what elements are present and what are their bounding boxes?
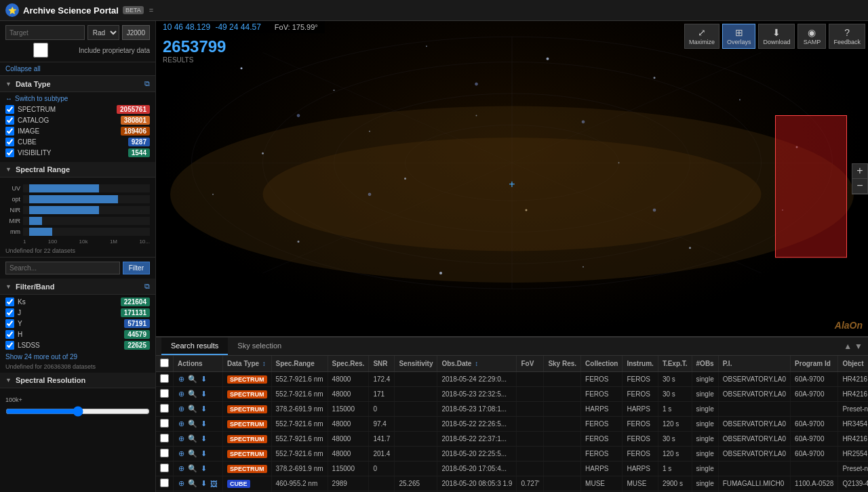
add-icon-2[interactable]: ⊕ — [178, 404, 185, 414]
add-icon-0[interactable]: ⊕ — [178, 374, 185, 384]
download-button[interactable]: ⬇ Download — [758, 24, 795, 49]
row-checkbox-2[interactable] — [160, 404, 169, 413]
target-input[interactable] — [5, 25, 85, 40]
search-icon-3[interactable]: 🔍 — [187, 419, 198, 429]
search-icon-5[interactable]: 🔍 — [187, 449, 198, 459]
download-icon-3[interactable]: ⬇ — [200, 419, 208, 429]
feedback-button[interactable]: ? Feedback — [829, 24, 865, 49]
mir-bar-container[interactable] — [23, 217, 150, 225]
tab-sky-selection[interactable]: Sky selection — [228, 337, 291, 355]
y-checkbox[interactable] — [5, 319, 14, 328]
spectrum-checkbox[interactable] — [5, 105, 14, 114]
show-more[interactable]: Show 24 more out of 29 — [5, 352, 150, 362]
row-checkbox-4[interactable] — [160, 434, 169, 443]
select-all-checkbox[interactable] — [160, 358, 169, 367]
ks-checkbox[interactable] — [5, 298, 14, 306]
switch-subtype[interactable]: ↔ Switch to subtype — [5, 95, 150, 102]
mm-bar-container[interactable] — [23, 228, 150, 236]
results-table-container[interactable]: Actions Data Type ↕ Spec.Range Spec.Res.… — [156, 356, 868, 492]
cube-icon[interactable]: 🖼 — [210, 478, 218, 489]
search-icon-6[interactable]: 🔍 — [187, 464, 198, 474]
col-pi[interactable]: P.I. — [718, 356, 790, 372]
col-texp[interactable]: T.Exp.T. — [658, 356, 692, 372]
col-snr[interactable]: SNR — [369, 356, 395, 372]
add-icon-6[interactable]: ⊕ — [178, 464, 185, 474]
filter-button[interactable]: Filter — [123, 262, 150, 274]
overlays-button[interactable]: ⊞ Overlays — [722, 24, 756, 49]
proprietary-data-checkbox[interactable] — [5, 43, 76, 58]
row-checkbox-6[interactable] — [160, 464, 169, 472]
download-icon-0[interactable]: ⬇ — [200, 374, 208, 384]
download-icon-6[interactable]: ⬇ — [200, 464, 208, 474]
col-instrum[interactable]: Instrum. — [623, 356, 658, 372]
filter-band-icon[interactable]: ⧉ — [144, 282, 150, 291]
nir-bar-container[interactable] — [23, 206, 150, 214]
col-obs[interactable]: #OBs — [692, 356, 718, 372]
search-icon-4[interactable]: 🔍 — [187, 434, 198, 444]
cube-checkbox[interactable] — [5, 138, 14, 146]
col-spec-res[interactable]: Spec.Res. — [328, 356, 369, 372]
row-actions-cell: ⊕ 🔍 ⬇ — [174, 447, 223, 462]
row-checkbox-1[interactable] — [160, 389, 169, 398]
download-icon-2[interactable]: ⬇ — [200, 404, 208, 414]
add-icon-7[interactable]: ⊕ — [178, 478, 185, 489]
eq-sign: = — [149, 6, 153, 14]
maximize-button[interactable]: ⤢ Maximize — [684, 24, 719, 49]
image-checkbox[interactable] — [5, 127, 14, 136]
add-icon-4[interactable]: ⊕ — [178, 434, 185, 444]
tab-search-results[interactable]: Search results — [161, 337, 228, 355]
sort-up-button[interactable]: ▲ — [844, 342, 852, 351]
row-specres-2: 115000 — [328, 402, 369, 417]
col-collection[interactable]: Collection — [581, 356, 623, 372]
coord-system-button[interactable]: J2000 — [122, 25, 150, 40]
add-icon-5[interactable]: ⊕ — [178, 449, 185, 459]
filter-search-input[interactable] — [5, 262, 120, 274]
col-sky-res[interactable]: Sky Res. — [544, 356, 581, 372]
col-actions[interactable]: Actions — [174, 356, 223, 372]
spec-res-range-input[interactable] — [5, 406, 150, 417]
sort-down-button[interactable]: ▼ — [854, 342, 863, 351]
row-skyres-5 — [544, 447, 581, 462]
search-icon-1[interactable]: 🔍 — [187, 389, 198, 399]
visibility-checkbox[interactable] — [5, 148, 14, 157]
zoom-in-button[interactable]: + — [852, 164, 867, 179]
filter-band-header[interactable]: ▼ Filter/Band ⧉ — [0, 279, 155, 295]
col-obs-date[interactable]: Obs.Date ↕ — [437, 356, 517, 372]
download-icon-4[interactable]: ⬇ — [200, 434, 208, 444]
col-select[interactable] — [156, 356, 174, 372]
row-checkbox-7[interactable] — [160, 478, 169, 487]
col-object[interactable]: Object — [838, 356, 868, 372]
spectral-resolution-header[interactable]: ▼ Spectral Resolution — [0, 373, 155, 388]
spectral-range-header[interactable]: ▼ Spectral Range — [0, 162, 155, 178]
row-instrum-0: FEROS — [623, 372, 658, 387]
add-icon-3[interactable]: ⊕ — [178, 419, 185, 429]
lsdss-checkbox[interactable] — [5, 341, 14, 350]
collapse-all[interactable]: Collapse all — [0, 62, 155, 76]
zoom-out-button[interactable]: − — [852, 179, 867, 194]
search-icon-7[interactable]: 🔍 — [187, 478, 198, 489]
opt-bar-container[interactable] — [23, 195, 150, 203]
row-checkbox-3[interactable] — [160, 419, 169, 428]
sky-map[interactable]: 10 46 48.129 -49 24 44.57 FoV: 175.99° 2… — [156, 21, 868, 336]
data-type-filter-icon[interactable]: ⧉ — [144, 79, 150, 88]
catalog-checkbox[interactable] — [5, 116, 14, 125]
samp-button[interactable]: ◉ SAMP — [797, 24, 826, 49]
col-prog-id[interactable]: Program Id — [791, 356, 838, 372]
uv-bar-container[interactable] — [23, 184, 150, 192]
col-spec-range[interactable]: Spec.Range — [271, 356, 328, 372]
col-data-type[interactable]: Data Type ↕ — [223, 356, 272, 372]
h-checkbox[interactable] — [5, 330, 14, 339]
search-icon-2[interactable]: 🔍 — [187, 404, 198, 414]
col-sensitivity[interactable]: Sensitivity — [395, 356, 437, 372]
data-type-header[interactable]: ▼ Data Type ⧉ — [0, 76, 155, 92]
download-icon-5[interactable]: ⬇ — [200, 449, 208, 459]
download-icon-1[interactable]: ⬇ — [200, 389, 208, 399]
coord-system-select[interactable]: Rad Deg — [87, 25, 119, 40]
download-icon-7[interactable]: ⬇ — [200, 478, 208, 489]
col-fov[interactable]: FoV — [517, 356, 544, 372]
row-checkbox-0[interactable] — [160, 374, 169, 383]
add-icon-1[interactable]: ⊕ — [178, 389, 185, 399]
j-checkbox[interactable] — [5, 308, 14, 317]
search-icon-0[interactable]: 🔍 — [187, 374, 198, 384]
row-checkbox-5[interactable] — [160, 449, 169, 457]
